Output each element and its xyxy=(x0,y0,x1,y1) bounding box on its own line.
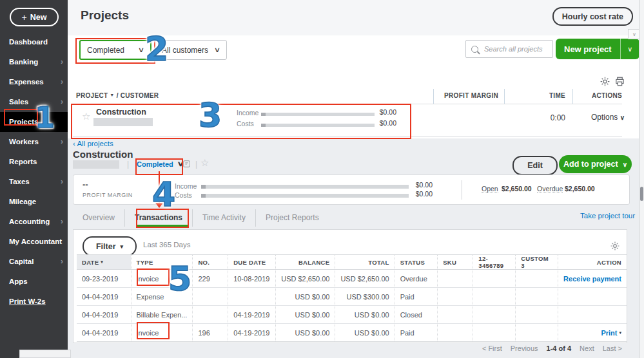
caret-down-icon: ▾ xyxy=(619,330,621,335)
transaction-row[interactable]: 04-04-2019Billable Expen...04-19-2019USD… xyxy=(77,306,627,324)
back-link-label: All projects xyxy=(77,140,113,147)
tab-transactions[interactable]: Transactions xyxy=(124,209,192,227)
column-time[interactable]: TIME xyxy=(501,92,565,99)
overdue-invoices-link[interactable]: Overdue xyxy=(537,185,563,193)
cell-sku xyxy=(438,324,473,342)
new-button[interactable]: + New xyxy=(10,8,59,26)
tab-project-reports[interactable]: Project Reports xyxy=(255,209,329,227)
cell-date: 04-04-2019 xyxy=(77,306,131,324)
column-balance[interactable]: BALANCE xyxy=(276,255,335,270)
transactions-table-body: 09-23-2019Invoice22910-08-2019USD $2,650… xyxy=(77,270,627,342)
chevron-right-icon: › xyxy=(61,132,63,152)
cell-total: USD $0.00 xyxy=(335,306,395,324)
sidebar-item-accounting[interactable]: Accounting› xyxy=(0,212,68,232)
sidebar-item-my-accountant[interactable]: My Accountant xyxy=(0,232,68,252)
column-no-[interactable]: NO. xyxy=(193,255,228,270)
status-filter-select[interactable]: Completed ∨ xyxy=(79,40,151,60)
search-input[interactable] xyxy=(483,44,550,53)
sidebar-item-banking[interactable]: Banking› xyxy=(0,52,68,72)
cell-due-date: 10-08-2019 xyxy=(228,270,276,288)
pagination-range: 1-4 of 4 xyxy=(547,344,572,352)
add-to-project-button[interactable]: Add to project ∨ xyxy=(559,155,632,173)
new-project-main[interactable]: New project xyxy=(556,39,620,59)
customer-filter-select[interactable]: All customers ∨ xyxy=(155,40,227,60)
transaction-row[interactable]: 04-04-2019Invoice19604-19-2019USD $0.00U… xyxy=(77,324,627,342)
sidebar-item-workers[interactable]: Workers› xyxy=(0,132,68,152)
transaction-row[interactable]: 04-04-2019ExpenseUSD $0.00USD $300.00Pai… xyxy=(77,288,627,306)
chevron-right-icon: › xyxy=(61,92,63,112)
customer-name-redacted xyxy=(93,118,153,126)
cell-action: Print▾ xyxy=(558,324,627,342)
edit-button[interactable]: Edit xyxy=(512,156,558,175)
options-label: Options xyxy=(591,113,618,122)
action-link-print[interactable]: Print xyxy=(601,329,617,337)
costs-value: $0.00 xyxy=(371,119,396,127)
horizontal-scrollbar[interactable] xyxy=(19,350,71,358)
column-date[interactable]: DATE▾ xyxy=(77,255,131,270)
sidebar-item-print-w-2s[interactable]: Print W-2s xyxy=(0,292,68,312)
tab-time-activity[interactable]: Time Activity xyxy=(192,209,255,227)
cell-sku xyxy=(438,306,473,324)
project-name[interactable]: Construction xyxy=(96,108,146,117)
project-status-dropdown[interactable]: Completed ∨ xyxy=(137,160,183,168)
sidebar-item-mileage[interactable]: Mileage xyxy=(0,192,68,212)
sidebar-item-taxes[interactable]: Taxes› xyxy=(0,172,68,192)
sidebar-item-label: My Accountant xyxy=(9,238,62,245)
cell-12-3456789 xyxy=(473,306,516,324)
sidebar-item-projects[interactable]: Projects xyxy=(0,112,68,132)
open-amount: $2,650.00 xyxy=(502,185,532,193)
column-project-customer[interactable]: PROJECT▼ / CUSTOMER xyxy=(76,92,159,99)
scrollbar-thumb[interactable] xyxy=(640,187,643,201)
pagination--first[interactable]: < First xyxy=(482,344,502,352)
column-actions[interactable]: ACTIONS xyxy=(558,92,622,99)
income-value: $0.00 xyxy=(409,181,433,189)
hourly-cost-rate-button[interactable]: Hourly cost rate xyxy=(552,7,633,26)
sidebar-item-sales[interactable]: Sales› xyxy=(0,92,68,112)
cell-12-3456789 xyxy=(473,270,516,288)
filter-button[interactable]: Filter ▾ xyxy=(83,236,137,256)
pagination-next[interactable]: Next xyxy=(580,344,594,352)
pagination: < FirstPrevious1-4 of 4NextLast > xyxy=(482,344,622,352)
options-dropdown[interactable]: Options ∨ xyxy=(591,113,625,122)
pagination-previous[interactable]: Previous xyxy=(511,344,538,352)
pagination-last-[interactable]: Last > xyxy=(603,344,622,352)
project-row-construction[interactable]: ☆ Construction Income $0.00 Costs $0.00 … xyxy=(68,104,644,137)
tab-overview[interactable]: Overview xyxy=(73,209,124,227)
page-header: Projects Hourly cost rate xyxy=(68,0,644,36)
sidebar-item-reports[interactable]: Reports xyxy=(0,152,68,172)
take-project-tour-link[interactable]: Take project tour xyxy=(580,212,635,220)
favorite-star-icon[interactable]: ☆ xyxy=(82,111,90,121)
chevron-down-icon: ∨ xyxy=(138,46,144,54)
new-project-dropdown[interactable]: ∨ xyxy=(620,39,639,59)
column-12-3456789[interactable]: 12-3456789 xyxy=(473,255,516,270)
sidebar-item-capital[interactable]: Capital› xyxy=(0,252,68,272)
notes-icon[interactable] xyxy=(182,160,193,170)
all-projects-back-link[interactable]: ‹ All projects xyxy=(73,140,113,147)
table-settings-gear-icon[interactable] xyxy=(600,77,610,87)
print-icon[interactable] xyxy=(615,77,625,87)
sidebar-item-dashboard[interactable]: Dashboard xyxy=(0,32,68,52)
column-total[interactable]: TOTAL xyxy=(335,255,395,270)
favorite-star-icon[interactable]: ☆ xyxy=(200,158,209,167)
column-type[interactable]: TYPE xyxy=(131,255,193,270)
transaction-row[interactable]: 09-23-2019Invoice22910-08-2019USD $2,650… xyxy=(77,270,627,288)
transactions-table-head: DATE▾TYPENO.DUE DATEBALANCETOTALSTATUSSK… xyxy=(77,255,627,270)
table-settings-gear-icon[interactable] xyxy=(610,241,621,252)
action-link-receive-payment[interactable]: Receive payment xyxy=(563,275,621,283)
sidebar-item-apps[interactable]: Apps xyxy=(0,272,68,292)
cell-custom-3 xyxy=(516,288,558,306)
vertical-scrollbar[interactable] xyxy=(639,0,644,358)
column-action[interactable]: ACTION xyxy=(558,255,627,270)
column-custom-3[interactable]: CUSTOM 3 xyxy=(516,255,558,270)
column-due-date[interactable]: DUE DATE xyxy=(228,255,276,270)
column-status[interactable]: STATUS xyxy=(395,255,438,270)
open-invoices-link[interactable]: Open xyxy=(482,185,498,193)
costs-label: Costs xyxy=(175,191,192,199)
sidebar-item-expenses[interactable]: Expenses› xyxy=(0,72,68,92)
chevron-right-icon: › xyxy=(61,252,63,272)
column-profit-margin[interactable]: PROFIT MARGIN xyxy=(434,92,498,99)
active-tab-underline xyxy=(137,225,188,227)
sidebar: + New DashboardBanking›Expenses›Sales›Pr… xyxy=(0,0,68,358)
column-sku[interactable]: SKU xyxy=(438,255,473,270)
add-to-project-label: Add to project xyxy=(563,160,618,169)
